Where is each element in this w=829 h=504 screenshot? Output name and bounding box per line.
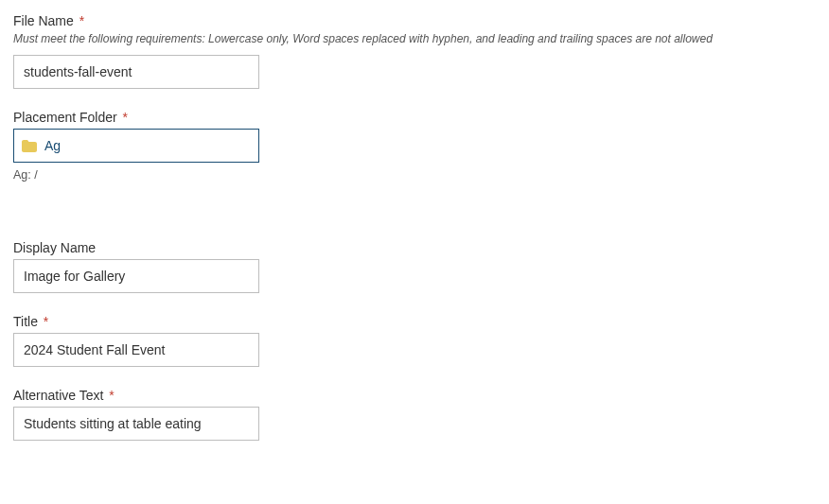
placement-folder-value: Ag: [44, 138, 61, 153]
placement-folder-picker[interactable]: Ag: [13, 129, 259, 163]
title-required-star: *: [44, 314, 48, 329]
placement-folder-group: Placement Folder * Ag Ag: /: [13, 110, 816, 182]
file-name-group: File Name * Must meet the following requ…: [13, 13, 816, 89]
alt-text-label-text: Alternative Text: [13, 388, 103, 403]
title-group: Title *: [13, 314, 816, 367]
folder-icon: [22, 140, 37, 152]
display-name-label: Display Name: [13, 240, 816, 255]
file-name-required-star: *: [79, 13, 84, 28]
title-label-text: Title: [13, 314, 38, 329]
placement-folder-path: Ag: /: [13, 168, 816, 182]
placement-folder-required-star: *: [123, 110, 128, 125]
display-name-group: Display Name: [13, 240, 816, 293]
alt-text-required-star: *: [109, 388, 114, 403]
alt-text-label: Alternative Text *: [13, 388, 816, 403]
title-label: Title *: [13, 314, 816, 329]
alt-text-group: Alternative Text *: [13, 388, 816, 441]
display-name-input[interactable]: [13, 259, 259, 293]
placement-folder-label-text: Placement Folder: [13, 110, 117, 125]
display-name-label-text: Display Name: [13, 240, 96, 255]
title-input[interactable]: [13, 333, 259, 367]
file-name-input[interactable]: [13, 55, 259, 89]
file-name-label-text: File Name: [13, 13, 74, 28]
file-name-label: File Name *: [13, 13, 816, 28]
alt-text-input[interactable]: [13, 407, 259, 441]
placement-folder-label: Placement Folder *: [13, 110, 816, 125]
file-name-hint: Must meet the following requirements: Lo…: [13, 32, 816, 45]
